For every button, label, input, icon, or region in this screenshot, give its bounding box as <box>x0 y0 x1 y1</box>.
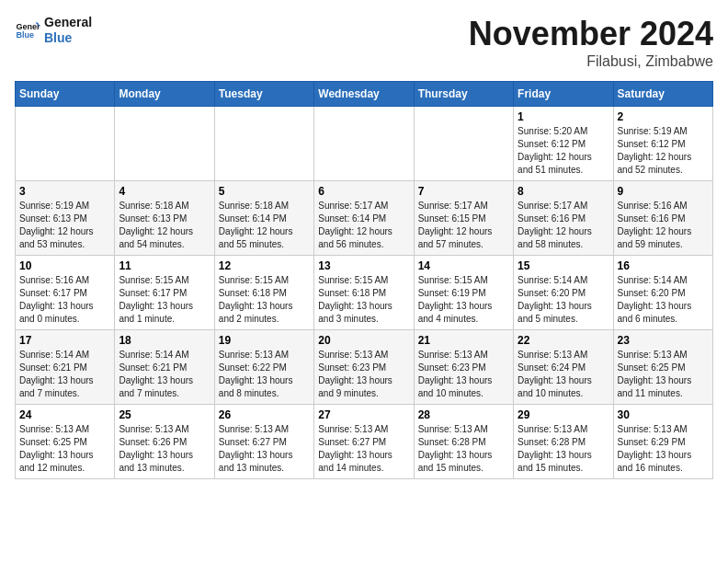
calendar-week-row: 10Sunrise: 5:16 AM Sunset: 6:17 PM Dayli… <box>16 256 713 330</box>
calendar-week-row: 1Sunrise: 5:20 AM Sunset: 6:12 PM Daylig… <box>16 107 713 181</box>
calendar-cell: 21Sunrise: 5:13 AM Sunset: 6:23 PM Dayli… <box>414 330 513 405</box>
title-block: November 2024 Filabusi, Zimbabwe <box>469 15 713 70</box>
day-number: 11 <box>119 259 210 272</box>
day-number: 1 <box>518 110 609 123</box>
day-info: Sunrise: 5:13 AM Sunset: 6:29 PM Dayligh… <box>618 423 709 475</box>
day-info: Sunrise: 5:13 AM Sunset: 6:25 PM Dayligh… <box>19 423 110 475</box>
svg-text:Blue: Blue <box>16 30 34 40</box>
calendar-cell <box>314 107 414 181</box>
calendar-week-row: 17Sunrise: 5:14 AM Sunset: 6:21 PM Dayli… <box>16 330 713 405</box>
day-number: 13 <box>318 259 409 272</box>
calendar-cell: 25Sunrise: 5:13 AM Sunset: 6:26 PM Dayli… <box>115 405 214 479</box>
day-number: 3 <box>19 185 110 198</box>
calendar-cell: 23Sunrise: 5:13 AM Sunset: 6:25 PM Dayli… <box>613 330 712 405</box>
calendar-cell <box>414 107 513 181</box>
day-number: 15 <box>518 259 609 272</box>
calendar-cell: 19Sunrise: 5:13 AM Sunset: 6:22 PM Dayli… <box>214 330 313 405</box>
calendar-cell <box>214 107 313 181</box>
day-number: 7 <box>418 185 509 198</box>
weekday-header: Saturday <box>613 82 712 107</box>
day-number: 19 <box>219 334 310 347</box>
day-info: Sunrise: 5:16 AM Sunset: 6:16 PM Dayligh… <box>618 200 709 251</box>
day-info: Sunrise: 5:14 AM Sunset: 6:20 PM Dayligh… <box>618 274 709 326</box>
day-number: 14 <box>418 259 509 272</box>
calendar-cell: 28Sunrise: 5:13 AM Sunset: 6:28 PM Dayli… <box>414 405 513 479</box>
day-number: 25 <box>119 408 210 421</box>
day-info: Sunrise: 5:14 AM Sunset: 6:20 PM Dayligh… <box>518 274 609 326</box>
day-info: Sunrise: 5:13 AM Sunset: 6:25 PM Dayligh… <box>618 349 709 400</box>
day-number: 18 <box>119 334 210 347</box>
day-number: 30 <box>618 408 709 421</box>
day-number: 16 <box>618 259 709 272</box>
day-info: Sunrise: 5:13 AM Sunset: 6:26 PM Dayligh… <box>119 423 210 475</box>
calendar-cell: 1Sunrise: 5:20 AM Sunset: 6:12 PM Daylig… <box>514 107 613 181</box>
day-info: Sunrise: 5:18 AM Sunset: 6:14 PM Dayligh… <box>219 200 310 251</box>
calendar-cell: 27Sunrise: 5:13 AM Sunset: 6:27 PM Dayli… <box>314 405 414 479</box>
day-info: Sunrise: 5:13 AM Sunset: 6:23 PM Dayligh… <box>418 349 509 400</box>
calendar-cell: 15Sunrise: 5:14 AM Sunset: 6:20 PM Dayli… <box>514 256 613 330</box>
day-info: Sunrise: 5:13 AM Sunset: 6:28 PM Dayligh… <box>518 423 609 475</box>
calendar-cell <box>16 107 115 181</box>
day-info: Sunrise: 5:18 AM Sunset: 6:13 PM Dayligh… <box>119 200 210 251</box>
calendar-cell: 29Sunrise: 5:13 AM Sunset: 6:28 PM Dayli… <box>514 405 613 479</box>
location: Filabusi, Zimbabwe <box>469 53 713 70</box>
calendar-cell: 3Sunrise: 5:19 AM Sunset: 6:13 PM Daylig… <box>16 181 115 256</box>
calendar-cell: 30Sunrise: 5:13 AM Sunset: 6:29 PM Dayli… <box>613 405 712 479</box>
page-header: General Blue General Blue November 2024 … <box>15 15 713 70</box>
calendar-cell: 20Sunrise: 5:13 AM Sunset: 6:23 PM Dayli… <box>314 330 414 405</box>
day-number: 4 <box>119 185 210 198</box>
day-info: Sunrise: 5:17 AM Sunset: 6:16 PM Dayligh… <box>518 200 609 251</box>
logo-general: General <box>44 15 92 29</box>
day-info: Sunrise: 5:13 AM Sunset: 6:23 PM Dayligh… <box>318 349 409 400</box>
day-number: 9 <box>618 185 709 198</box>
day-info: Sunrise: 5:15 AM Sunset: 6:18 PM Dayligh… <box>318 274 409 326</box>
calendar-cell: 8Sunrise: 5:17 AM Sunset: 6:16 PM Daylig… <box>514 181 613 256</box>
weekday-header: Friday <box>514 82 613 107</box>
logo: General Blue General Blue <box>15 15 92 46</box>
day-number: 8 <box>518 185 609 198</box>
day-number: 20 <box>318 334 409 347</box>
calendar-cell: 17Sunrise: 5:14 AM Sunset: 6:21 PM Dayli… <box>16 330 115 405</box>
day-info: Sunrise: 5:19 AM Sunset: 6:12 PM Dayligh… <box>618 125 709 177</box>
day-number: 29 <box>518 408 609 421</box>
day-info: Sunrise: 5:13 AM Sunset: 6:24 PM Dayligh… <box>518 349 609 400</box>
logo-icon: General Blue <box>15 17 40 43</box>
calendar-cell: 13Sunrise: 5:15 AM Sunset: 6:18 PM Dayli… <box>314 256 414 330</box>
day-info: Sunrise: 5:13 AM Sunset: 6:22 PM Dayligh… <box>219 349 310 400</box>
day-info: Sunrise: 5:14 AM Sunset: 6:21 PM Dayligh… <box>19 349 110 400</box>
calendar-cell <box>115 107 214 181</box>
day-number: 22 <box>518 334 609 347</box>
month-title: November 2024 <box>469 15 713 53</box>
calendar-cell: 24Sunrise: 5:13 AM Sunset: 6:25 PM Dayli… <box>16 405 115 479</box>
day-info: Sunrise: 5:14 AM Sunset: 6:21 PM Dayligh… <box>119 349 210 400</box>
calendar-cell: 16Sunrise: 5:14 AM Sunset: 6:20 PM Dayli… <box>613 256 712 330</box>
day-number: 26 <box>219 408 310 421</box>
calendar-cell: 26Sunrise: 5:13 AM Sunset: 6:27 PM Dayli… <box>214 405 313 479</box>
weekday-header: Thursday <box>414 82 513 107</box>
day-info: Sunrise: 5:13 AM Sunset: 6:27 PM Dayligh… <box>318 423 409 475</box>
calendar-cell: 5Sunrise: 5:18 AM Sunset: 6:14 PM Daylig… <box>214 181 313 256</box>
day-number: 12 <box>219 259 310 272</box>
calendar-cell: 14Sunrise: 5:15 AM Sunset: 6:19 PM Dayli… <box>414 256 513 330</box>
day-info: Sunrise: 5:15 AM Sunset: 6:17 PM Dayligh… <box>119 274 210 326</box>
day-info: Sunrise: 5:15 AM Sunset: 6:19 PM Dayligh… <box>418 274 509 326</box>
calendar-cell: 7Sunrise: 5:17 AM Sunset: 6:15 PM Daylig… <box>414 181 513 256</box>
day-info: Sunrise: 5:20 AM Sunset: 6:12 PM Dayligh… <box>518 125 609 177</box>
logo-blue: Blue <box>44 30 72 45</box>
calendar-cell: 12Sunrise: 5:15 AM Sunset: 6:18 PM Dayli… <box>214 256 313 330</box>
weekday-header: Wednesday <box>314 82 414 107</box>
day-info: Sunrise: 5:13 AM Sunset: 6:27 PM Dayligh… <box>219 423 310 475</box>
calendar-cell: 11Sunrise: 5:15 AM Sunset: 6:17 PM Dayli… <box>115 256 214 330</box>
day-info: Sunrise: 5:15 AM Sunset: 6:18 PM Dayligh… <box>219 274 310 326</box>
day-info: Sunrise: 5:16 AM Sunset: 6:17 PM Dayligh… <box>19 274 110 326</box>
calendar-cell: 22Sunrise: 5:13 AM Sunset: 6:24 PM Dayli… <box>514 330 613 405</box>
calendar-week-row: 3Sunrise: 5:19 AM Sunset: 6:13 PM Daylig… <box>16 181 713 256</box>
day-info: Sunrise: 5:13 AM Sunset: 6:28 PM Dayligh… <box>418 423 509 475</box>
day-number: 2 <box>618 110 709 123</box>
day-info: Sunrise: 5:17 AM Sunset: 6:14 PM Dayligh… <box>318 200 409 251</box>
day-number: 28 <box>418 408 509 421</box>
calendar-header-row: SundayMondayTuesdayWednesdayThursdayFrid… <box>16 82 713 107</box>
weekday-header: Tuesday <box>214 82 313 107</box>
day-number: 6 <box>318 185 409 198</box>
day-info: Sunrise: 5:19 AM Sunset: 6:13 PM Dayligh… <box>19 200 110 251</box>
